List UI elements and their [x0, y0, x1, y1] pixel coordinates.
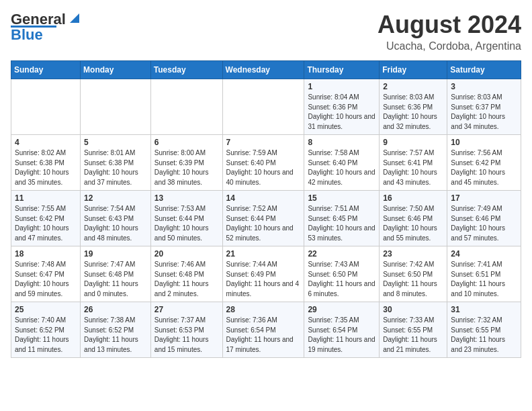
table-row: 10Sunrise: 7:56 AM Sunset: 6:42 PM Dayli…: [447, 135, 521, 191]
day-number: 2: [383, 82, 443, 91]
day-number: 3: [451, 82, 517, 91]
day-number: 28: [226, 305, 301, 314]
day-number: 15: [308, 193, 375, 203]
table-row: 17Sunrise: 7:49 AM Sunset: 6:46 PM Dayli…: [447, 191, 521, 246]
day-number: 18: [15, 249, 77, 259]
day-info: Sunrise: 7:47 AM Sunset: 6:48 PM Dayligh…: [84, 260, 147, 299]
day-number: 30: [383, 305, 443, 314]
table-row: 1Sunrise: 8:04 AM Sunset: 6:36 PM Daylig…: [304, 79, 380, 135]
calendar-week-row: 4Sunrise: 8:02 AM Sunset: 6:38 PM Daylig…: [11, 135, 521, 191]
table-row: [81, 79, 151, 135]
day-info: Sunrise: 8:03 AM Sunset: 6:36 PM Dayligh…: [383, 93, 443, 132]
day-number: 13: [154, 193, 219, 203]
day-info: Sunrise: 7:52 AM Sunset: 6:44 PM Dayligh…: [226, 204, 301, 243]
table-row: 31Sunrise: 7:32 AM Sunset: 6:55 PM Dayli…: [447, 302, 521, 358]
day-info: Sunrise: 7:33 AM Sunset: 6:55 PM Dayligh…: [383, 316, 443, 355]
col-monday: Monday: [81, 61, 151, 79]
day-number: 31: [451, 305, 517, 314]
calendar-header-row: Sunday Monday Tuesday Wednesday Thursday…: [11, 61, 521, 79]
table-row: [222, 79, 304, 135]
day-info: Sunrise: 7:54 AM Sunset: 6:43 PM Dayligh…: [84, 204, 147, 243]
col-sunday: Sunday: [11, 61, 81, 79]
calendar-week-row: 25Sunrise: 7:40 AM Sunset: 6:52 PM Dayli…: [11, 302, 521, 358]
day-number: 12: [84, 193, 147, 203]
table-row: 30Sunrise: 7:33 AM Sunset: 6:55 PM Dayli…: [380, 302, 447, 358]
day-info: Sunrise: 7:35 AM Sunset: 6:54 PM Dayligh…: [308, 316, 375, 355]
day-info: Sunrise: 7:53 AM Sunset: 6:44 PM Dayligh…: [154, 204, 219, 243]
day-number: 29: [308, 305, 375, 314]
table-row: 28Sunrise: 7:36 AM Sunset: 6:54 PM Dayli…: [222, 302, 304, 358]
day-info: Sunrise: 7:57 AM Sunset: 6:41 PM Dayligh…: [383, 148, 443, 187]
table-row: 9Sunrise: 7:57 AM Sunset: 6:41 PM Daylig…: [380, 135, 447, 191]
day-number: 10: [451, 138, 517, 147]
calendar-week-row: 18Sunrise: 7:48 AM Sunset: 6:47 PM Dayli…: [11, 246, 521, 302]
day-number: 11: [15, 193, 77, 203]
table-row: 26Sunrise: 7:38 AM Sunset: 6:52 PM Dayli…: [81, 302, 151, 358]
day-info: Sunrise: 7:59 AM Sunset: 6:40 PM Dayligh…: [226, 148, 301, 187]
day-info: Sunrise: 7:44 AM Sunset: 6:49 PM Dayligh…: [226, 260, 301, 299]
day-info: Sunrise: 7:58 AM Sunset: 6:40 PM Dayligh…: [308, 148, 375, 187]
col-tuesday: Tuesday: [150, 61, 222, 79]
day-info: Sunrise: 7:46 AM Sunset: 6:48 PM Dayligh…: [154, 260, 219, 299]
day-info: Sunrise: 7:37 AM Sunset: 6:53 PM Dayligh…: [154, 316, 219, 355]
table-row: 19Sunrise: 7:47 AM Sunset: 6:48 PM Dayli…: [81, 246, 151, 302]
day-number: 24: [451, 249, 517, 259]
day-number: 5: [84, 138, 147, 147]
col-thursday: Thursday: [304, 61, 380, 79]
table-row: 2Sunrise: 8:03 AM Sunset: 6:36 PM Daylig…: [380, 79, 447, 135]
logo: General Blue: [11, 11, 82, 44]
day-info: Sunrise: 8:04 AM Sunset: 6:36 PM Dayligh…: [308, 93, 375, 132]
table-row: 14Sunrise: 7:52 AM Sunset: 6:44 PM Dayli…: [222, 191, 304, 246]
subtitle: Ucacha, Cordoba, Argentina: [378, 40, 521, 52]
table-row: 15Sunrise: 7:51 AM Sunset: 6:45 PM Dayli…: [304, 191, 380, 246]
day-number: 1: [308, 82, 375, 91]
table-row: 24Sunrise: 7:41 AM Sunset: 6:51 PM Dayli…: [447, 246, 521, 302]
day-number: 23: [383, 249, 443, 259]
day-info: Sunrise: 7:43 AM Sunset: 6:50 PM Dayligh…: [308, 260, 375, 299]
table-row: 7Sunrise: 7:59 AM Sunset: 6:40 PM Daylig…: [222, 135, 304, 191]
table-row: [150, 79, 222, 135]
table-row: 12Sunrise: 7:54 AM Sunset: 6:43 PM Dayli…: [81, 191, 151, 246]
table-row: 25Sunrise: 7:40 AM Sunset: 6:52 PM Dayli…: [11, 302, 81, 358]
title-block: August 2024 Ucacha, Cordoba, Argentina: [378, 11, 521, 52]
main-title: August 2024: [378, 11, 521, 39]
col-wednesday: Wednesday: [222, 61, 304, 79]
day-number: 19: [84, 249, 147, 259]
page-header: General Blue August 2024 Ucacha, Cordoba…: [11, 11, 521, 52]
day-info: Sunrise: 7:41 AM Sunset: 6:51 PM Dayligh…: [451, 260, 517, 299]
day-info: Sunrise: 7:42 AM Sunset: 6:50 PM Dayligh…: [383, 260, 443, 299]
day-number: 14: [226, 193, 301, 203]
table-row: 16Sunrise: 7:50 AM Sunset: 6:46 PM Dayli…: [380, 191, 447, 246]
day-number: 27: [154, 305, 219, 314]
table-row: 20Sunrise: 7:46 AM Sunset: 6:48 PM Dayli…: [150, 246, 222, 302]
day-number: 7: [226, 138, 301, 147]
table-row: 13Sunrise: 7:53 AM Sunset: 6:44 PM Dayli…: [150, 191, 222, 246]
logo-arrow-icon: [67, 11, 82, 26]
day-info: Sunrise: 7:50 AM Sunset: 6:46 PM Dayligh…: [383, 204, 443, 243]
day-info: Sunrise: 7:51 AM Sunset: 6:45 PM Dayligh…: [308, 204, 375, 243]
day-number: 4: [15, 138, 77, 147]
day-info: Sunrise: 7:49 AM Sunset: 6:46 PM Dayligh…: [451, 204, 517, 243]
day-number: 22: [308, 249, 375, 259]
table-row: [11, 79, 81, 135]
col-saturday: Saturday: [447, 61, 521, 79]
table-row: 11Sunrise: 7:55 AM Sunset: 6:42 PM Dayli…: [11, 191, 81, 246]
day-number: 6: [154, 138, 219, 147]
day-info: Sunrise: 7:55 AM Sunset: 6:42 PM Dayligh…: [15, 204, 77, 243]
day-info: Sunrise: 7:38 AM Sunset: 6:52 PM Dayligh…: [84, 316, 147, 355]
table-row: 4Sunrise: 8:02 AM Sunset: 6:38 PM Daylig…: [11, 135, 81, 191]
day-info: Sunrise: 8:00 AM Sunset: 6:39 PM Dayligh…: [154, 148, 219, 187]
logo-blue: Blue: [11, 26, 43, 44]
table-row: 3Sunrise: 8:03 AM Sunset: 6:37 PM Daylig…: [447, 79, 521, 135]
calendar-week-row: 11Sunrise: 7:55 AM Sunset: 6:42 PM Dayli…: [11, 191, 521, 246]
col-friday: Friday: [380, 61, 447, 79]
day-info: Sunrise: 7:56 AM Sunset: 6:42 PM Dayligh…: [451, 148, 517, 187]
calendar-week-row: 1Sunrise: 8:04 AM Sunset: 6:36 PM Daylig…: [11, 79, 521, 135]
day-info: Sunrise: 7:32 AM Sunset: 6:55 PM Dayligh…: [451, 316, 517, 355]
table-row: 27Sunrise: 7:37 AM Sunset: 6:53 PM Dayli…: [150, 302, 222, 358]
day-info: Sunrise: 7:40 AM Sunset: 6:52 PM Dayligh…: [15, 316, 77, 355]
day-number: 20: [154, 249, 219, 259]
day-info: Sunrise: 7:36 AM Sunset: 6:54 PM Dayligh…: [226, 316, 301, 355]
day-number: 16: [383, 193, 443, 203]
table-row: 23Sunrise: 7:42 AM Sunset: 6:50 PM Dayli…: [380, 246, 447, 302]
